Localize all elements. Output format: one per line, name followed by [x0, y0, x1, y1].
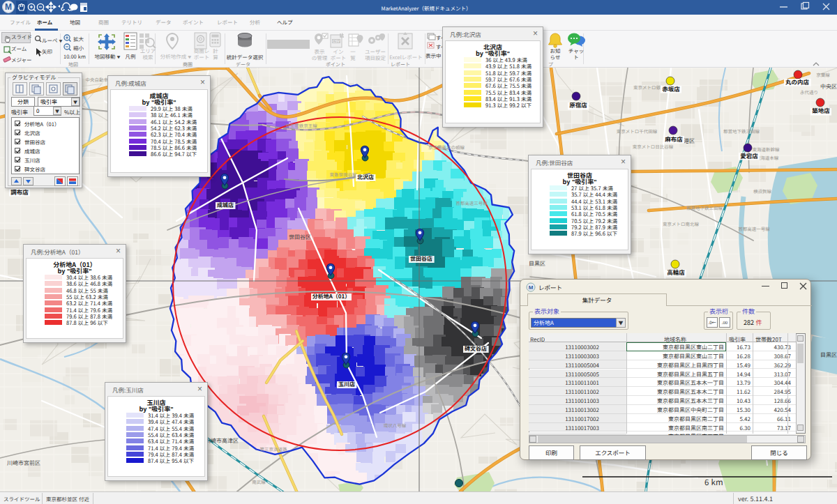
svg-text:M: M — [529, 284, 534, 291]
svg-text:東京メトロ千代田線: 東京メトロ千代田線 — [617, 128, 658, 135]
svg-text:京王電鉄井の頭線: 京王電鉄井の頭線 — [428, 144, 465, 151]
svg-text:川崎市宮前区: 川崎市宮前区 — [7, 459, 40, 466]
svg-text:目黒区: 目黒区 — [820, 351, 837, 358]
svg-text:原宿店: 原宿店 — [569, 100, 587, 109]
svg-text:愛宕店: 愛宕店 — [740, 151, 758, 160]
svg-text:東京メトロ南北線: 東京メトロ南北線 — [663, 220, 700, 227]
svg-text:分析地A（01）: 分析地A（01） — [312, 292, 351, 300]
svg-text:横須賀線: 横須賀線 — [753, 188, 772, 194]
svg-text:南武線: 南武線 — [252, 478, 266, 485]
svg-text:都営地下鉄三田線: 都営地下鉄三田線 — [723, 128, 760, 135]
svg-text:碑文谷店: 碑文谷店 — [465, 344, 487, 352]
svg-text:都営地下鉄三田線: 都営地下鉄三田線 — [686, 204, 723, 211]
svg-text:麻布店: 麻布店 — [665, 135, 683, 143]
svg-text:調布店: 調布店 — [10, 188, 29, 196]
svg-text:高輪店: 高輪店 — [667, 268, 685, 276]
svg-text:北沢店: 北沢店 — [357, 173, 374, 181]
svg-text:東急世田谷線: 東急世田谷線 — [330, 171, 358, 178]
svg-text:CSV: CSV — [333, 39, 340, 43]
svg-text:首都高速三号線: 首都高速三号線 — [455, 199, 488, 206]
svg-text:目黒区: 目黒区 — [529, 259, 545, 267]
svg-text:環状八号線: 環状八号線 — [384, 422, 407, 429]
svg-text:成城店: 成城店 — [217, 201, 234, 208]
svg-text:東京メトロ日比谷線: 東京メトロ日比谷線 — [633, 143, 674, 150]
svg-text:中央区: 中央区 — [820, 82, 837, 90]
svg-text:赤坂店: 赤坂店 — [662, 84, 680, 93]
svg-text:川崎市高津区: 川崎市高津区 — [205, 436, 239, 444]
svg-text:丸の内店: 丸の内店 — [785, 77, 810, 86]
svg-text:永代通り: 永代通り — [800, 89, 818, 96]
svg-text:築地店: 築地店 — [812, 106, 830, 114]
svg-text:京葉線: 京葉線 — [816, 71, 830, 78]
svg-text:第三京浜道路: 第三京浜道路 — [260, 445, 288, 452]
svg-text:京王電鉄京王線: 京王電鉄京王線 — [285, 122, 317, 129]
svg-text:港区: 港区 — [684, 137, 695, 144]
svg-text:玉川店: 玉川店 — [338, 380, 355, 388]
svg-text:世田谷店: 世田谷店 — [410, 254, 432, 262]
svg-text:世田谷区: 世田谷区 — [289, 233, 311, 240]
svg-text:首都高速一号線: 首都高速一号線 — [738, 225, 770, 232]
